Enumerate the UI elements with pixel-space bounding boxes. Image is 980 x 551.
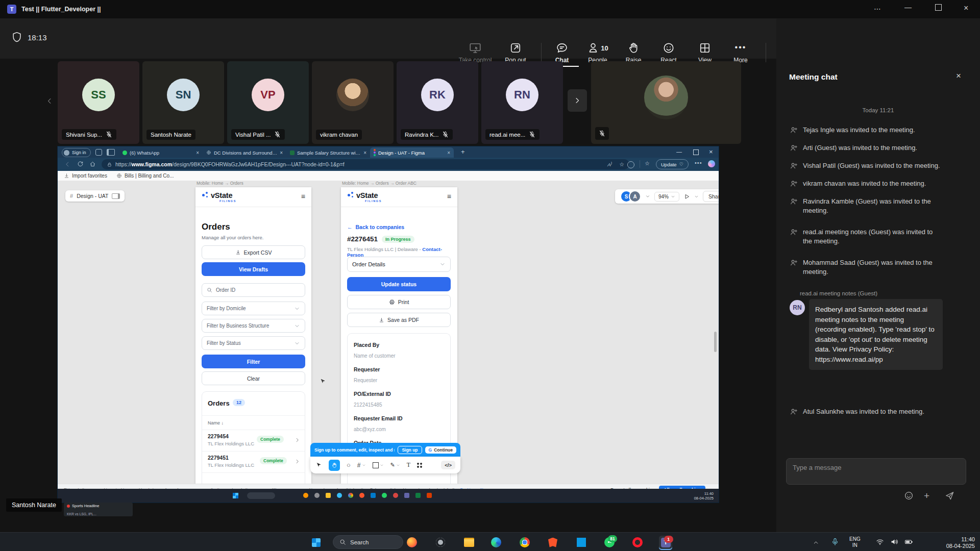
tray-clock[interactable]: 11:4008-04-2025 [929,536,975,549]
browser-maximize-button[interactable] [693,149,699,155]
taskbar-search[interactable]: Search [333,535,403,549]
dev-mode-toggle[interactable]: </> [441,461,455,469]
copilot-icon[interactable] [708,160,715,167]
pop-out-button[interactable]: Pop out [499,42,532,64]
taskbar-settings[interactable] [434,536,447,549]
resources-tool-icon[interactable] [417,463,422,468]
browser-menu-icon[interactable]: ••• [695,160,702,166]
taskbar-firefox[interactable] [405,536,419,549]
emoji-picker-icon[interactable] [904,491,914,500]
tray-wifi-icon[interactable] [876,538,884,546]
save-pdf-button[interactable]: Save as PDF [347,313,451,327]
favorite-star-icon[interactable]: ☆ [619,161,624,168]
tab-close-icon[interactable]: × [363,150,366,156]
taskbar-file-explorer[interactable] [462,536,476,549]
update-status-button[interactable]: Update status [347,277,451,291]
frame-tool[interactable]: # [357,462,366,469]
import-favorites-button[interactable]: Import favorites [72,173,107,179]
people-button[interactable]: 10 People [581,42,615,64]
send-message-icon[interactable] [945,491,954,500]
collaborator-avatar[interactable]: A [629,190,641,203]
participant-tile[interactable]: RK Ravindra K... [397,61,478,144]
export-csv-button[interactable]: Export CSV [202,245,305,259]
sign-up-button[interactable]: Sign up [398,446,422,454]
browser-profile-button[interactable]: Sign in [62,148,91,157]
taskbar-teams-active[interactable]: T 1 [659,536,672,549]
taskbar-vscode[interactable] [575,536,588,549]
url-field[interactable]: https://www.figma.com/design/9BKQ0FOHRWa… [102,159,629,169]
figma-doc-chip[interactable]: # Design - UAT [65,190,125,202]
order-details-dropdown[interactable]: Order Details [347,257,451,272]
order-row[interactable]: 2279454 TL Flex Holdings LLC Complete [202,430,305,450]
workspaces-icon[interactable] [95,149,102,156]
window-more-button[interactable]: ⋯ [874,5,882,13]
filter-button[interactable]: Filter [202,355,305,368]
browser-tab[interactable]: Sample Salary Structure with calc × [286,147,370,158]
shape-tool[interactable] [373,462,384,468]
browser-essentials-icon[interactable] [627,161,634,168]
pen-tool[interactable]: ✎ [390,462,400,468]
order-row[interactable]: 2279451 TL Flex Holdings LLC Complete [202,451,305,472]
view-drafts-button[interactable]: View Drafts [202,262,305,276]
attach-plus-icon[interactable]: + [924,491,929,500]
vertical-tabs-icon[interactable] [107,149,115,156]
favorites-bar-icon[interactable]: ☆ [645,160,650,167]
browser-tab[interactable]: DC Divisions and Surroundings × [203,147,286,158]
tray-volume-icon[interactable] [890,538,898,546]
update-browser-button[interactable]: Update ♡ [656,159,689,169]
refresh-icon[interactable] [77,161,84,167]
chat-message-bubble[interactable]: Redberyl and Santosh added read.ai meeti… [809,299,943,370]
filter-domicile-dropdown[interactable]: Filter by Domicile [202,302,305,315]
frame-label[interactable]: Mobile: Home → Orders [197,181,243,186]
view-button[interactable]: View [688,42,722,64]
participant-tile[interactable]: SN Santosh Narate [142,61,224,144]
figma-frame-orders[interactable]: vState FILINGS ≡ Orders Manage all your … [195,187,311,484]
back-icon[interactable] [64,161,71,168]
name-column-header[interactable]: Name ↓ [208,420,224,425]
clear-button[interactable]: Clear [202,371,305,385]
tiles-scroll-right-button[interactable] [568,89,587,112]
taskbar-edge[interactable] [489,536,503,549]
tray-mic-icon[interactable] [831,538,839,546]
back-to-companies-link[interactable]: ←Back to companies [347,224,404,230]
text-tool-icon[interactable]: T [407,461,410,469]
browser-close-button[interactable]: × [709,148,713,156]
google-continue-button[interactable]: G Continue [425,446,456,454]
tab-close-icon[interactable]: × [280,150,283,156]
filter-status-dropdown[interactable]: Filter by Status [202,336,305,350]
figma-share-button[interactable]: Share [703,191,719,202]
take-control-button[interactable]: Take control [458,42,492,64]
new-tab-button[interactable]: + [461,148,465,156]
start-button[interactable] [309,536,323,549]
participant-tile[interactable]: RN read.ai mee... [481,61,563,144]
raise-hand-button[interactable]: Raise [617,42,650,64]
hamburger-menu-icon[interactable]: ≡ [301,192,305,201]
tab-close-icon[interactable]: × [196,150,199,156]
participant-tile[interactable]: VP Vishal Patil ... [227,61,309,144]
print-button[interactable]: Print [347,295,451,309]
frame-label[interactable]: Mobile: Home → Orders → Order ABC [342,181,416,186]
spotlight-participant-tile[interactable] [591,61,741,144]
play-chevron-icon[interactable] [694,194,699,199]
home-icon[interactable] [89,161,96,167]
window-minimize-button[interactable]: — [904,3,912,11]
window-close-button[interactable]: × [964,4,968,13]
tray-battery-icon[interactable] [904,538,913,546]
favorites-bookmark[interactable]: Bills | Billing and Co... [125,173,174,179]
taskbar-whatsapp[interactable]: 81 [603,536,616,549]
filter-business-dropdown[interactable]: Filter by Business Structure [202,319,305,333]
react-button[interactable]: React [652,42,685,64]
more-button[interactable]: ••• More [724,42,757,64]
taskbar-brave[interactable] [546,536,559,549]
window-maximize-button[interactable] [935,4,942,11]
comment-tool-icon[interactable]: ○ [347,461,351,469]
browser-tab[interactable]: (6) WhatsApp × [119,147,203,158]
tab-close-icon[interactable]: × [447,150,450,156]
participant-tile[interactable]: SS Shivani Sup... [58,61,139,144]
zoom-control[interactable]: 94% [654,192,679,202]
chat-message-input[interactable]: Type a message [786,458,966,485]
move-tool-icon[interactable] [315,462,322,468]
avatars-chevron-icon[interactable] [645,194,650,199]
taskbar-chrome[interactable] [518,536,531,549]
tiles-scroll-left-button[interactable] [43,90,56,112]
